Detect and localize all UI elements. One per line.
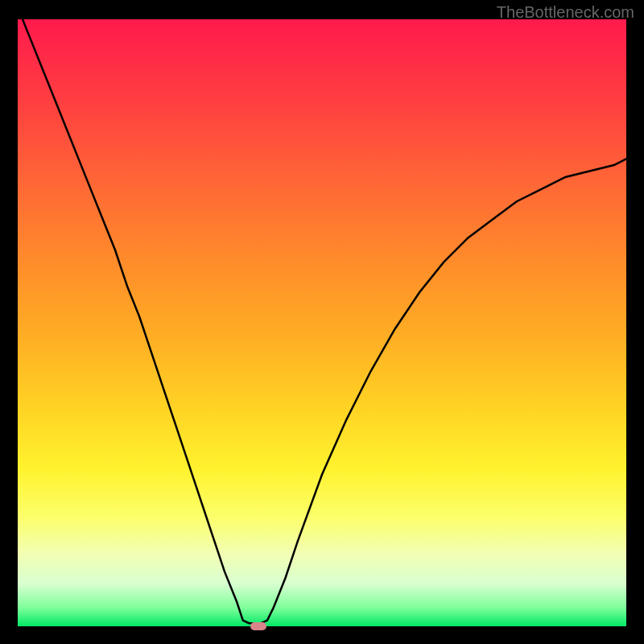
bottleneck-curve	[18, 19, 626, 626]
watermark-label: TheBottleneck.com	[497, 3, 634, 22]
chart-plot-area	[18, 19, 626, 626]
minimum-point-marker	[250, 622, 266, 630]
